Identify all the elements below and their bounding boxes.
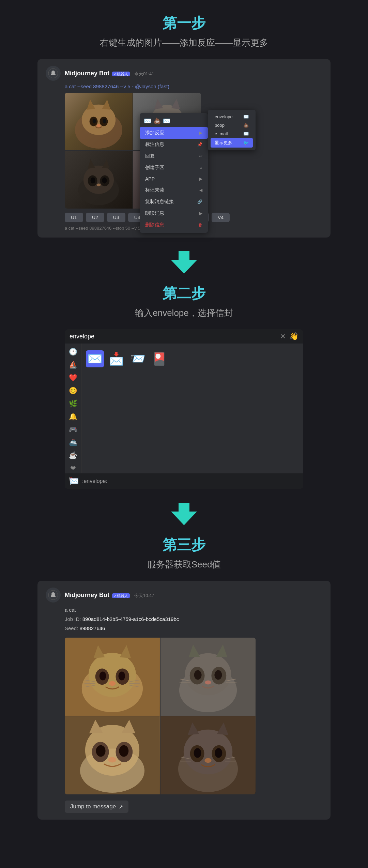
sidebar-icon-smiley[interactable]: 😊 [69,386,77,395]
bot-name-area: Midjourney Bot ✓机器人 今天01:41 [65,70,154,77]
emoji-option-show-more[interactable]: 显示更多 🐦 [211,138,253,148]
svg-point-89 [205,758,212,763]
sidebar-icon-heart-red[interactable]: ❤️ [69,374,77,382]
emoji-option-envelope[interactable]: envelope ✉️ [211,112,253,121]
step3-bot-avatar [46,588,61,603]
step3-bot-name: Midjourney Bot [65,592,109,598]
btn-v4[interactable]: V4 [212,213,230,222]
emoji-footer-bar: ✉️ :envelope: [65,473,303,489]
emoji-search-close-icon[interactable]: ✕ [280,332,286,340]
cat-grid-container: ✉️ 💩 ✉️ 添加反应 ▶ 标注信息 📌 回复 ↩ 创建子区 [65,93,201,209]
sidebar-icon-game[interactable]: 🎮 [69,425,77,433]
step3-seed-value: 898827646 [79,625,105,631]
svg-point-28 [97,183,101,186]
ctx-pin-message[interactable]: 标注信息 📌 [140,139,208,150]
step3-seed-line: Seed: 898827646 [65,624,322,633]
sidebar-icon-boat[interactable]: ⛵ [69,361,77,369]
emoji-search-input[interactable] [70,333,277,340]
step3-bot-header: Midjourney Bot ✓机器人 今天10:47 [46,588,322,603]
svg-point-77 [96,745,106,757]
ctx-delete[interactable]: 删除信息 🗑 [140,219,208,231]
svg-point-88 [215,748,222,758]
ctx-add-reaction[interactable]: 添加反应 ▶ [140,127,208,139]
svg-marker-14 [171,99,180,109]
context-menu: ✉️ 💩 ✉️ 添加反应 ▶ 标注信息 📌 回复 ↩ 创建子区 [140,113,208,233]
svg-point-1 [51,71,55,74]
svg-marker-23 [102,159,109,169]
svg-marker-4 [87,100,95,110]
svg-point-49 [109,681,116,686]
quick-emoji-3[interactable]: ✉️ [163,117,170,125]
svg-point-63 [194,670,202,680]
ctx-create-thread[interactable]: 创建子区 # [140,162,208,173]
svg-marker-5 [102,100,110,110]
btn-u1[interactable]: U1 [65,213,83,222]
bot-time: 今天01:41 [134,71,154,76]
arrow-1 [171,251,197,274]
emoji-result-2[interactable]: 📩 [107,350,125,367]
step3-cat-image-1 [65,638,160,716]
sidebar-icon-leaf[interactable]: 🌿 [69,399,77,408]
quick-emoji-2[interactable]: 💩 [153,117,161,125]
svg-point-79 [108,757,117,762]
svg-point-8 [93,119,96,124]
bot-name: Midjourney Bot [65,70,109,77]
btn-u3[interactable]: U3 [107,213,125,222]
step3-job-id-line: Job ID: 890ad814-b2b5-4759-a1c6-bcde5ca3… [65,614,322,624]
step3-cat-image-2 [160,638,256,716]
emoji-result-4[interactable]: 🎴 [150,350,168,367]
sidebar-icon-clock[interactable]: 🕐 [69,348,77,356]
svg-marker-22 [88,159,95,169]
ctx-read-aloud[interactable]: 朗读消息 ▶ [140,208,208,219]
jump-external-link-icon: ↗ [119,804,123,810]
ctx-copy-link[interactable]: 复制消息链接 🔗 [140,196,208,208]
step3-bot-name-area: Midjourney Bot ✓机器人 今天10:47 [65,592,154,599]
step3-job-info: a cat Job ID: 890ad814-b2b5-4759-a1c6-bc… [46,605,322,633]
btn-u2[interactable]: U2 [86,213,104,222]
emoji-result-1[interactable]: ✉️ [86,350,104,367]
ctx-reply[interactable]: 回复 ↩ [140,150,208,162]
context-menu-overlay: ✉️ 💩 ✉️ 添加反应 ▶ 标注信息 📌 回复 ↩ 创建子区 [140,113,208,233]
sidebar-icon-coffee[interactable]: ☕ [69,451,77,459]
step3-title: 第三步 [163,535,205,554]
step3-subtitle: 服务器获取Seed值 [147,559,221,570]
step3-job-id-value: 890ad814-b2b5-4759-a1c6-bcde5ca319bc [82,616,179,622]
step2-title: 第二步 [163,284,205,303]
emoji-search-bar: ✕ 👋 [65,329,303,344]
emoji-footer-preview: ✉️ [70,477,79,486]
svg-point-87 [194,748,201,758]
emoji-reactions-submenu: envelope ✉️ poop 💩 e_mail ✉️ 显示更多 🐦 [208,110,256,150]
emoji-main-area: ✉️ 📩 📨 🎴 [82,344,303,473]
svg-point-3 [82,105,116,135]
emoji-wave-icon[interactable]: 👋 [289,332,298,341]
sidebar-icon-ship[interactable]: 🚢 [69,438,77,446]
bot-header: Midjourney Bot ✓机器人 今天01:41 [46,66,322,81]
step3-cat-image-3 [65,716,160,794]
svg-point-10 [97,124,101,127]
emoji-option-email[interactable]: e_mail ✉️ [211,130,253,138]
emoji-option-poop[interactable]: poop 💩 [211,121,253,130]
step3-discord-card: Midjourney Bot ✓机器人 今天10:47 a cat Job ID… [37,581,331,820]
svg-point-64 [214,670,222,680]
svg-marker-13 [154,99,163,109]
arrow-shape-2 [171,512,197,525]
ctx-mark-unread[interactable]: 标记未读 ◀ [140,184,208,196]
bot-avatar [46,66,61,81]
svg-point-26 [91,178,95,184]
arrow-2 [171,503,197,525]
jump-to-message-button[interactable]: Jump to message ↗ [65,801,128,813]
step1-subtitle: 右键生成的图片——添加反应——显示更多 [100,37,268,49]
step1-title: 第一步 [163,14,205,33]
emoji-result-row: ✉️ 📩 📨 🎴 [86,348,299,370]
step3-job-id-label: Job ID: [65,616,81,622]
emoji-result-3[interactable]: 📨 [129,350,147,367]
svg-point-78 [119,745,128,757]
sidebar-icon-bell[interactable]: 🔔 [69,412,77,421]
bot-command: a cat --seed 898827646 --v 5 - @Jayson (… [46,83,322,89]
cat-image-1 [65,93,133,150]
quick-emoji-1[interactable]: ✉️ [144,117,151,125]
step1-discord-card: Midjourney Bot ✓机器人 今天01:41 a cat --seed… [37,59,331,238]
svg-point-39 [51,592,55,596]
sidebar-icon-heart[interactable]: ❤ [70,464,76,472]
ctx-app[interactable]: APP ▶ [140,173,208,184]
